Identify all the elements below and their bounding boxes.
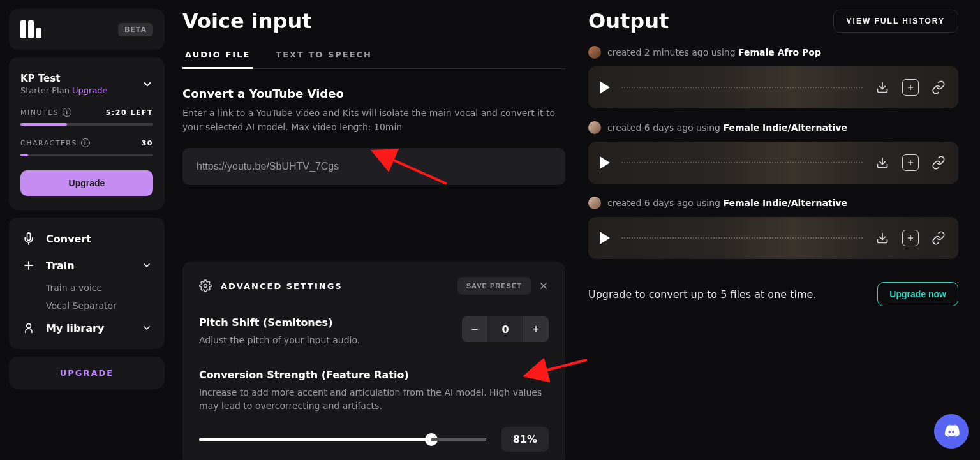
output-title: Output bbox=[588, 9, 669, 33]
convert-youtube-desc: Enter a link to a YouTube video and Kits… bbox=[182, 107, 565, 134]
svg-point-4 bbox=[204, 285, 207, 288]
characters-progress bbox=[20, 154, 28, 156]
output-item-meta: created 6 days ago using Female Indie/Al… bbox=[607, 198, 847, 208]
save-preset-button[interactable]: SAVE PRESET bbox=[457, 277, 531, 295]
youtube-url-input[interactable] bbox=[182, 148, 565, 185]
sidebar-nav: Convert Train Train a voice Vocal Separa… bbox=[9, 218, 165, 349]
voice-input-tabs: AUDIO FILE TEXT TO SPEECH bbox=[182, 42, 565, 69]
pitch-stepper: − 0 + bbox=[462, 316, 549, 342]
download-icon[interactable] bbox=[874, 154, 891, 171]
link-icon[interactable] bbox=[930, 154, 947, 171]
output-item-meta: created 2 minutes ago using Female Afro … bbox=[607, 47, 821, 57]
convert-youtube-title: Convert a YouTube Video bbox=[182, 87, 565, 100]
conversion-strength-value: 81% bbox=[501, 427, 549, 452]
beta-badge: BETA bbox=[118, 23, 153, 36]
pitch-value: 0 bbox=[487, 316, 523, 342]
nav-convert-label: Convert bbox=[46, 233, 91, 245]
output-item: created 2 minutes ago using Female Afro … bbox=[588, 46, 958, 108]
link-icon[interactable] bbox=[930, 79, 947, 96]
main-content: Voice input AUDIO FILE TEXT TO SPEECH Co… bbox=[174, 0, 980, 460]
user-icon bbox=[22, 321, 36, 335]
conversion-strength-label: Conversion Strength (Feature Ratio) bbox=[199, 369, 549, 381]
pitch-decrement[interactable]: − bbox=[462, 316, 487, 342]
output-item-meta: created 6 days ago using Female Indie/Al… bbox=[607, 122, 847, 133]
advanced-settings-title: ADVANCED SETTINGS bbox=[221, 281, 343, 291]
audio-player bbox=[588, 66, 958, 108]
tab-audio-file[interactable]: AUDIO FILE bbox=[182, 42, 253, 69]
sidebar: BETA KP Test Starter Plan Upgrade MINUTE… bbox=[0, 0, 174, 460]
sidebar-upgrade-footer[interactable]: UPGRADE bbox=[9, 357, 165, 389]
mic-icon bbox=[22, 232, 36, 246]
nav-library-label: My library bbox=[46, 322, 104, 334]
play-button[interactable] bbox=[600, 156, 610, 169]
minutes-progress bbox=[20, 123, 67, 126]
avatar bbox=[588, 121, 601, 134]
output-panel: Output VIEW FULL HISTORY created 2 minut… bbox=[588, 9, 958, 460]
info-icon[interactable]: i bbox=[63, 108, 71, 117]
video-effects-icon[interactable] bbox=[902, 230, 919, 246]
voice-input-panel: Voice input AUDIO FILE TEXT TO SPEECH Co… bbox=[182, 9, 565, 460]
account-upgrade-link[interactable]: Upgrade bbox=[72, 85, 108, 95]
minutes-remaining: 5:20 LEFT bbox=[106, 108, 153, 117]
nav-train[interactable]: Train bbox=[20, 252, 153, 279]
nav-train-label: Train bbox=[46, 260, 75, 272]
advanced-settings-panel: ADVANCED SETTINGS SAVE PRESET Pitch Shif… bbox=[182, 262, 565, 460]
discord-button[interactable] bbox=[934, 414, 969, 449]
info-icon[interactable]: i bbox=[81, 138, 90, 147]
sidebar-account-card: KP Test Starter Plan Upgrade MINUTESi 5:… bbox=[9, 57, 165, 210]
characters-stat: CHARACTERSi 30 bbox=[20, 138, 153, 156]
gear-icon bbox=[199, 279, 212, 292]
play-button[interactable] bbox=[600, 232, 610, 244]
logo-row: BETA bbox=[20, 20, 153, 38]
characters-remaining: 30 bbox=[142, 139, 153, 147]
link-icon[interactable] bbox=[930, 230, 947, 246]
play-button[interactable] bbox=[600, 81, 610, 94]
voice-input-title: Voice input bbox=[182, 9, 565, 33]
audio-player bbox=[588, 217, 958, 259]
close-icon[interactable] bbox=[538, 281, 549, 291]
svg-point-3 bbox=[27, 323, 31, 328]
minutes-stat: MINUTESi 5:20 LEFT bbox=[20, 108, 153, 126]
pitch-shift-label: Pitch Shift (Semitones) bbox=[199, 316, 360, 329]
avatar bbox=[588, 46, 601, 59]
view-full-history-button[interactable]: VIEW FULL HISTORY bbox=[833, 10, 958, 33]
chevron-down-icon[interactable] bbox=[142, 260, 152, 271]
video-effects-icon[interactable] bbox=[902, 79, 919, 96]
output-item: created 6 days ago using Female Indie/Al… bbox=[588, 197, 958, 259]
conversion-strength-slider[interactable] bbox=[199, 438, 486, 441]
nav-convert[interactable]: Convert bbox=[20, 225, 153, 252]
upgrade-now-button[interactable]: Upgrade now bbox=[877, 282, 958, 306]
sidebar-top-card: BETA bbox=[9, 9, 165, 50]
download-icon[interactable] bbox=[874, 79, 891, 96]
account-name: KP Test bbox=[20, 73, 108, 84]
avatar bbox=[588, 197, 601, 209]
nav-train-voice[interactable]: Train a voice bbox=[20, 279, 153, 297]
nav-library[interactable]: My library bbox=[20, 315, 153, 341]
app-logo bbox=[20, 20, 41, 38]
video-effects-icon[interactable] bbox=[902, 154, 919, 171]
tab-text-to-speech[interactable]: TEXT TO SPEECH bbox=[273, 42, 375, 68]
chevron-down-icon[interactable] bbox=[142, 323, 152, 333]
waveform[interactable] bbox=[621, 87, 863, 88]
waveform[interactable] bbox=[621, 237, 863, 239]
pitch-shift-setting: Pitch Shift (Semitones) Adjust the pitch… bbox=[199, 316, 549, 347]
pitch-shift-desc: Adjust the pitch of your input audio. bbox=[199, 334, 360, 347]
chevron-down-icon[interactable] bbox=[142, 78, 153, 90]
audio-player bbox=[588, 142, 958, 184]
conversion-strength-setting: Conversion Strength (Feature Ratio) Incr… bbox=[199, 369, 549, 452]
upgrade-button[interactable]: Upgrade bbox=[20, 170, 153, 196]
waveform[interactable] bbox=[621, 162, 863, 163]
download-icon[interactable] bbox=[874, 230, 891, 246]
upgrade-message: Upgrade to convert up to 5 files at one … bbox=[588, 288, 816, 300]
plus-icon bbox=[22, 258, 36, 272]
output-item: created 6 days ago using Female Indie/Al… bbox=[588, 121, 958, 184]
account-plan: Starter Plan Upgrade bbox=[20, 85, 108, 95]
nav-vocal-separator[interactable]: Vocal Separator bbox=[20, 297, 153, 315]
pitch-increment[interactable]: + bbox=[523, 316, 549, 342]
conversion-strength-desc: Increase to add more accent and articula… bbox=[199, 386, 549, 413]
